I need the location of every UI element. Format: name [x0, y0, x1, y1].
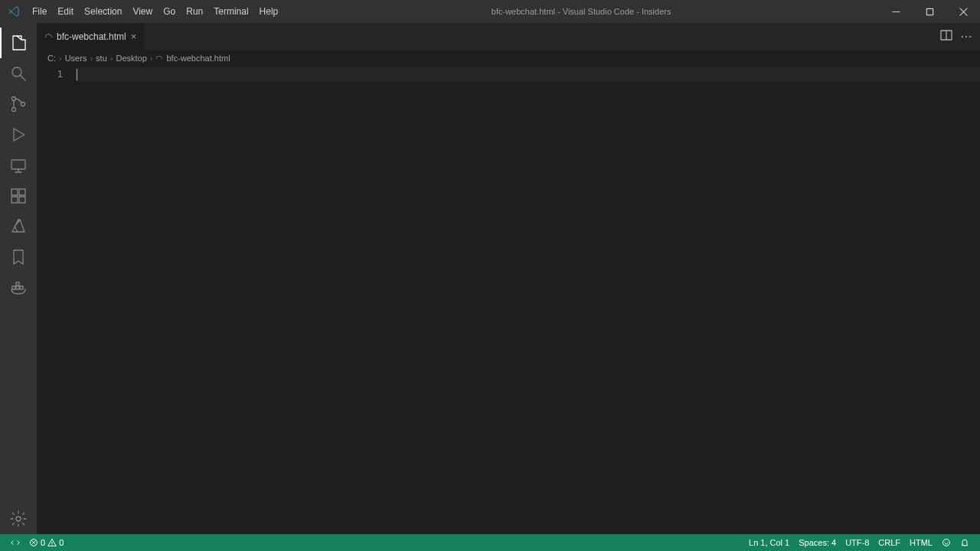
svg-point-3 [12, 108, 16, 112]
status-remote[interactable] [6, 538, 24, 547]
chevron-right-icon: › [59, 54, 62, 63]
breadcrumbs[interactable]: C: › Users › stu › Desktop › ◠ bfc-webch… [37, 50, 980, 67]
menu-edit[interactable]: Edit [52, 6, 79, 17]
svg-rect-13 [16, 282, 19, 285]
status-language[interactable]: HTML [905, 538, 937, 547]
menu-bar: File Edit Selection View Go Run Terminal… [27, 6, 283, 17]
status-errors-count: 0 [41, 538, 45, 547]
tab-actions: ⋯ [933, 23, 980, 50]
line-gutter: 1 [37, 67, 75, 534]
status-problems[interactable]: 0 0 [24, 538, 68, 547]
activity-run-debug[interactable] [0, 119, 37, 150]
menu-file[interactable]: File [27, 6, 52, 17]
app-root: File Edit Selection View Go Run Terminal… [0, 0, 980, 551]
status-eol[interactable]: CRLF [874, 538, 905, 547]
activity-remote[interactable] [0, 150, 37, 181]
menu-go[interactable]: Go [158, 6, 181, 17]
status-indent[interactable]: Spaces: 4 [794, 538, 841, 547]
tabs-bar: ◠ bfc-webchat.html × ⋯ [37, 23, 980, 50]
svg-rect-12 [20, 286, 23, 289]
status-warnings-count: 0 [59, 538, 64, 547]
editor-group: ◠ bfc-webchat.html × ⋯ C: › Users › stu … [37, 23, 980, 534]
activity-docker[interactable] [0, 272, 37, 303]
breadcrumb-user[interactable]: stu [96, 54, 107, 63]
maximize-button[interactable] [913, 0, 946, 23]
menu-run[interactable]: Run [181, 6, 208, 17]
activity-azure[interactable] [0, 211, 37, 242]
tab-bfc-webchat[interactable]: ◠ bfc-webchat.html × [37, 23, 145, 50]
app-logo [0, 5, 27, 18]
status-feedback-icon[interactable] [937, 538, 956, 547]
status-bell-icon[interactable] [956, 538, 974, 547]
status-encoding[interactable]: UTF-8 [841, 538, 874, 547]
svg-point-1 [12, 67, 21, 77]
menu-selection[interactable]: Selection [79, 6, 127, 17]
svg-point-14 [16, 517, 21, 521]
svg-rect-11 [16, 286, 19, 289]
chevron-right-icon: › [150, 54, 153, 63]
activity-source-control[interactable] [0, 89, 37, 119]
chevron-right-icon: › [90, 54, 93, 63]
window-controls [879, 0, 980, 23]
svg-rect-10 [12, 286, 15, 289]
tab-close-icon[interactable]: × [131, 31, 137, 42]
window-title: bfc-webchat.html - Visual Studio Code - … [283, 7, 879, 16]
tab-label: bfc-webchat.html [57, 31, 126, 42]
close-button[interactable] [946, 0, 980, 23]
breadcrumb-users[interactable]: Users [65, 54, 87, 63]
text-cursor [77, 69, 77, 80]
menu-help[interactable]: Help [254, 6, 284, 17]
svg-rect-7 [19, 189, 25, 195]
workbench-body: ◠ bfc-webchat.html × ⋯ C: › Users › stu … [0, 23, 980, 534]
html-file-icon: ◠ [44, 31, 52, 42]
menu-view[interactable]: View [127, 6, 158, 17]
title-bar: File Edit Selection View Go Run Terminal… [0, 0, 980, 23]
activity-extensions[interactable] [0, 181, 37, 211]
svg-rect-6 [11, 189, 18, 195]
chevron-right-icon: › [110, 54, 113, 63]
activity-explorer[interactable] [0, 28, 37, 58]
status-cursor-position[interactable]: Ln 1, Col 1 [744, 538, 794, 547]
activity-search[interactable] [0, 58, 37, 89]
status-bar: 0 0 Ln 1, Col 1 Spaces: 4 UTF-8 CRLF HTM… [0, 534, 980, 551]
breadcrumb-file[interactable]: bfc-webchat.html [166, 54, 230, 63]
activity-settings[interactable] [0, 504, 37, 534]
menu-terminal[interactable]: Terminal [208, 6, 253, 17]
minimize-button[interactable] [879, 0, 913, 23]
breadcrumb-drive[interactable]: C: [47, 54, 56, 63]
text-editor[interactable]: 1 [37, 67, 980, 534]
svg-rect-5 [11, 160, 25, 169]
activity-bar [0, 23, 37, 534]
html-file-icon: ◠ [155, 54, 163, 64]
svg-rect-0 [926, 8, 933, 15]
activity-bookmarks[interactable] [0, 242, 37, 272]
svg-rect-9 [19, 197, 25, 203]
current-line-highlight [75, 67, 980, 81]
svg-rect-8 [11, 197, 18, 203]
line-number: 1 [37, 68, 63, 80]
svg-point-17 [943, 540, 950, 546]
breadcrumb-desktop[interactable]: Desktop [116, 54, 146, 63]
code-area[interactable] [75, 67, 980, 534]
more-actions-icon[interactable]: ⋯ [960, 29, 972, 44]
split-editor-icon[interactable] [940, 29, 952, 44]
